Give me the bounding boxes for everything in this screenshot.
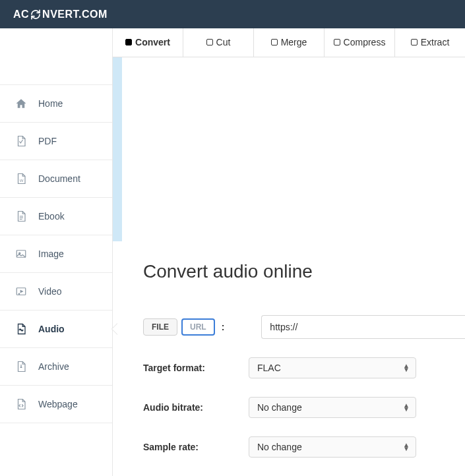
checkbox-icon (411, 39, 418, 45)
target-format-select[interactable]: FLAC (249, 357, 416, 378)
sidebar-item-label: Audio (38, 324, 65, 334)
checkbox-icon (271, 39, 278, 45)
tab-cut[interactable]: Cut (183, 28, 254, 57)
sidebar-item-label: Home (38, 98, 63, 109)
audio-bitrate-label: Audio bitrate: (143, 402, 249, 413)
sidebar-item-pdf[interactable]: PDF (0, 123, 112, 160)
sidebar-item-label: Webpage (38, 399, 78, 409)
source-file-button[interactable]: FILE (143, 318, 177, 336)
sidebar-item-archive[interactable]: Archive (0, 348, 112, 386)
sidebar-item-label: Image (38, 249, 64, 259)
sidebar-item-label: Video (38, 286, 62, 297)
home-icon (15, 97, 28, 110)
source-row: FILE URL : (143, 315, 465, 339)
document-icon: W (15, 172, 28, 185)
colon-text: : (222, 322, 225, 332)
checkbox-icon (206, 39, 213, 45)
tab-label: Compress (344, 37, 386, 47)
tab-label: Cut (216, 37, 231, 47)
target-format-label: Target format: (143, 363, 249, 373)
image-icon (15, 247, 28, 260)
tab-convert[interactable]: Convert (113, 28, 183, 57)
sample-rate-select[interactable]: No change (249, 436, 416, 458)
pdf-icon (15, 134, 28, 148)
video-icon (15, 285, 28, 298)
checkbox-icon (334, 39, 340, 45)
ad-placeholder (113, 57, 465, 241)
app-header: AC NVERT.COM (0, 0, 465, 28)
main-content: Convert Cut Merge Compress Extract Conve… (112, 28, 465, 476)
sidebar: Home PDF W Document Ebook Image (0, 28, 112, 476)
sidebar-item-audio[interactable]: Audio (0, 311, 112, 348)
sidebar-item-label: PDF (38, 136, 57, 146)
webpage-icon (15, 398, 28, 411)
sidebar-item-video[interactable]: Video (0, 273, 112, 311)
sample-rate-label: Sample rate: (143, 442, 249, 452)
brand-part1: AC (13, 9, 29, 20)
source-url-button[interactable]: URL (181, 318, 215, 336)
sidebar-item-ebook[interactable]: Ebook (0, 198, 112, 235)
page-title: Convert audio online (143, 261, 465, 282)
brand-part2: NVERT.COM (42, 9, 108, 20)
brand-logo[interactable]: AC NVERT.COM (13, 9, 108, 20)
tab-label: Merge (281, 37, 307, 47)
sidebar-item-document[interactable]: W Document (0, 160, 112, 198)
tab-compress[interactable]: Compress (325, 28, 395, 57)
refresh-icon (30, 9, 41, 20)
sample-rate-row: Sample rate: No change ▲▼ (143, 436, 465, 458)
sidebar-item-label: Document (38, 173, 80, 184)
tabs-bar: Convert Cut Merge Compress Extract (113, 28, 465, 57)
target-format-row: Target format: FLAC ▲▼ (143, 357, 465, 378)
audio-icon (15, 322, 28, 336)
tab-extract[interactable]: Extract (395, 28, 465, 57)
sidebar-item-label: Archive (38, 361, 69, 372)
sidebar-item-home[interactable]: Home (0, 84, 112, 123)
source-toggle: FILE URL : (143, 318, 224, 336)
tab-label: Convert (135, 37, 170, 47)
audio-bitrate-select[interactable]: No change (249, 397, 416, 418)
checkbox-icon (125, 39, 132, 45)
svg-point-4 (18, 293, 20, 295)
audio-bitrate-row: Audio bitrate: No change ▲▼ (143, 397, 465, 418)
sidebar-item-label: Ebook (38, 211, 65, 222)
ebook-icon (15, 210, 28, 223)
svg-text:W: W (20, 179, 24, 183)
tab-merge[interactable]: Merge (254, 28, 325, 57)
form-content: Convert audio online FILE URL : Target f… (113, 241, 465, 476)
sidebar-item-image[interactable]: Image (0, 235, 112, 273)
url-input[interactable] (261, 315, 465, 339)
sidebar-item-webpage[interactable]: Webpage (0, 386, 112, 423)
tab-label: Extract (421, 37, 450, 47)
archive-icon (15, 360, 28, 373)
